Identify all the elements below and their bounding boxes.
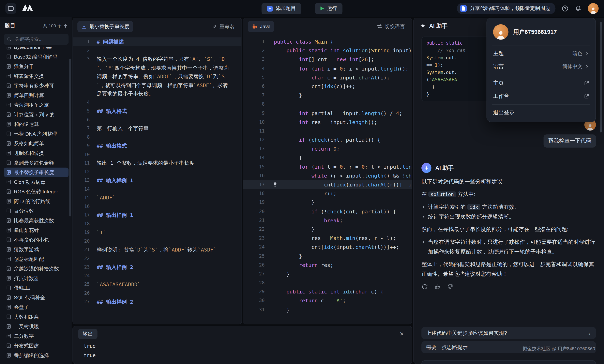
sidebar-item[interactable]: 打点计数器: [4, 273, 68, 283]
sidebar-scrollbar[interactable]: [69, 59, 71, 216]
menu-item-logout[interactable]: 退出登录: [490, 106, 592, 120]
sidebar-item[interactable]: 最小替换子串长度: [4, 168, 68, 177]
markdown-line: 14: [73, 185, 241, 193]
sidebar-item[interactable]: Base32 编码和解码: [4, 52, 68, 62]
problem-panel: 最小替换子串长度 重命名 1# 问题描述2 3输入一个长度为 4 倍数的字符串，…: [72, 18, 242, 324]
sidebar-item[interactable]: 叠盘子: [4, 302, 68, 312]
language-tab[interactable]: Java: [248, 21, 275, 32]
sidebar-item[interactable]: 环状 DNA 序列整理: [4, 129, 68, 139]
code-line: 20 if (!check(cnt, partial)) {: [243, 207, 412, 216]
sidebar-item[interactable]: 创意标题匹配: [4, 254, 68, 264]
sidebar-item[interactable]: 青海湖租车之旅: [4, 100, 68, 110]
add-problem-button[interactable]: + 添加题目: [262, 3, 301, 14]
doc-icon: [6, 218, 11, 223]
sidebar-item[interactable]: 暴雨梨花针: [4, 225, 68, 235]
sidebar-item[interactable]: 分布式团建: [4, 341, 68, 351]
search-box[interactable]: [4, 34, 68, 45]
line-number: 27: [243, 270, 271, 278]
menu-username: 用户6759661917: [513, 28, 557, 36]
chevron-right-icon: [585, 64, 589, 69]
person-icon: [586, 123, 594, 130]
close-output-button[interactable]: ✕: [397, 331, 406, 337]
search-input[interactable]: [14, 36, 65, 42]
line-number: 19: [73, 228, 90, 237]
thumbs-up-button[interactable]: [434, 284, 441, 290]
sidebar-item[interactable]: 番茄编辑的选择: [4, 351, 68, 360]
doc-icon: [6, 208, 11, 213]
user-dropdown-menu: 用户6759661917 主题 暗色 语言 简体中文 主页 工作台: [486, 18, 596, 122]
markdown-line: 12: [73, 167, 241, 176]
code-line: 28: [243, 278, 412, 287]
thumbs-down-button[interactable]: [447, 284, 453, 290]
ai-paragraph: 然而，在寻找最小子串长度的部分，可能存在一些潜在的问题:: [421, 225, 596, 234]
sidebar-item[interactable]: 计算位置 x 到 y 的...: [4, 110, 68, 120]
sidebar-item[interactable]: Cion 勒索病毒: [4, 177, 68, 187]
sidebar-item[interactable]: 和的逆运算: [4, 119, 68, 129]
sidebar-item[interactable]: 二叉树供暖: [4, 322, 68, 331]
code-editor-panel: Java 切换语言 1public class Main {2 public s…: [243, 18, 412, 324]
sidebar-item[interactable]: 猜数字游戏: [4, 245, 68, 254]
code-line: 5 char c = input.charAt(i);: [243, 73, 412, 82]
help-button[interactable]: [562, 5, 568, 12]
menu-item-home[interactable]: 主页: [490, 77, 592, 90]
menu-item-workspace[interactable]: 工作台: [490, 90, 592, 103]
line-number: 5: [243, 73, 271, 82]
sidebar-item[interactable]: Byteudance Tree: [4, 47, 68, 52]
line-number: 9: [243, 109, 271, 118]
arrow-right-icon: →: [586, 330, 591, 336]
suggested-question[interactable]: 上述代码中关键步骤应该如何实现? →: [421, 327, 596, 339]
code-area[interactable]: 1public class Main {2 public static int …: [243, 35, 412, 314]
sidebar-item[interactable]: 大数和距离: [4, 312, 68, 322]
problem-title-tab[interactable]: 最小替换子串长度: [77, 21, 133, 32]
line-number: 21: [73, 245, 90, 254]
line-number: 3: [73, 55, 90, 98]
output-tab[interactable]: 输出: [78, 329, 98, 339]
regenerate-button[interactable]: [421, 284, 428, 290]
sidebar-item[interactable]: 进制求和转换: [4, 148, 68, 158]
sidebar-item-label: 穿越沙漠的补给次数: [14, 265, 59, 272]
sidebar-item[interactable]: 比赛最高获胜次数: [4, 216, 68, 225]
promo-banner[interactable]: 分享代码练习体验，领限量定制周边: [457, 3, 555, 14]
sidebar-item[interactable]: 简单四则计算: [4, 91, 68, 100]
play-icon: [320, 6, 324, 10]
sidebar-item-label: RGB 色值转 Integer: [14, 188, 58, 195]
line-number: 21: [243, 216, 271, 225]
switch-language-button[interactable]: 切换语言: [374, 23, 407, 30]
sidebar-item[interactable]: 阿 D 的飞行路线: [4, 196, 68, 206]
sidebar-item[interactable]: RGB 色值转 Integer: [4, 187, 68, 197]
notifications-button[interactable]: [575, 5, 582, 12]
menu-item-language[interactable]: 语言 简体中文: [490, 60, 592, 73]
sidebar-item[interactable]: 蛋糕工厂: [4, 283, 68, 293]
sidebar-item-label: SQL 代码补全: [14, 294, 45, 301]
sidebar-item[interactable]: 字符串有多少种可...: [4, 81, 68, 91]
sidebar-item[interactable]: 链表聚集交换: [4, 71, 68, 81]
line-number: 15: [73, 193, 90, 202]
sidebar-item[interactable]: 穿越沙漠的补给次数: [4, 264, 68, 274]
chat-input[interactable]: [421, 360, 596, 364]
sidebar-item[interactable]: 二分数字: [4, 331, 68, 341]
sidebar-item[interactable]: 不再贪心的小包: [4, 235, 68, 245]
menu-divider: [492, 104, 590, 105]
doc-icon: [6, 247, 11, 252]
code-line: 15 for (int l = 0, r = 0; l < input.leng…: [243, 162, 412, 171]
doc-icon: [6, 334, 11, 339]
sidebar-item-label: 链表聚集交换: [14, 73, 44, 79]
ai-panel-scrollbar[interactable]: [600, 22, 602, 132]
run-button[interactable]: 运行: [315, 3, 342, 14]
problem-markdown[interactable]: 1# 问题描述2 3输入一个长度为 4 倍数的字符串，只有`A`、`S`、`D`…: [73, 35, 241, 306]
doc-icon: [6, 151, 11, 156]
sidebar-item[interactable]: 拿到最多红包金额: [4, 158, 68, 168]
user-avatar[interactable]: [588, 3, 599, 14]
hint-prompt-chip[interactable]: 需要一点思路提示: [421, 341, 596, 353]
sidebar-item-label: 最小替换子串长度: [14, 169, 54, 176]
sidebar-toggle-button[interactable]: [5, 3, 16, 14]
sidebar-item[interactable]: SQL 代码补全: [4, 293, 68, 302]
menu-item-theme[interactable]: 主题 暗色: [490, 47, 592, 60]
line-number: 26: [73, 289, 90, 297]
menu-user-avatar: [493, 24, 509, 40]
lightbulb-icon[interactable]: [272, 182, 278, 187]
rename-button[interactable]: 重命名: [210, 23, 237, 30]
sidebar-item[interactable]: 及格如此简单: [4, 139, 68, 148]
sidebar-item[interactable]: 猫鱼分干: [4, 62, 68, 71]
sidebar-item[interactable]: 百分位数: [4, 206, 68, 216]
